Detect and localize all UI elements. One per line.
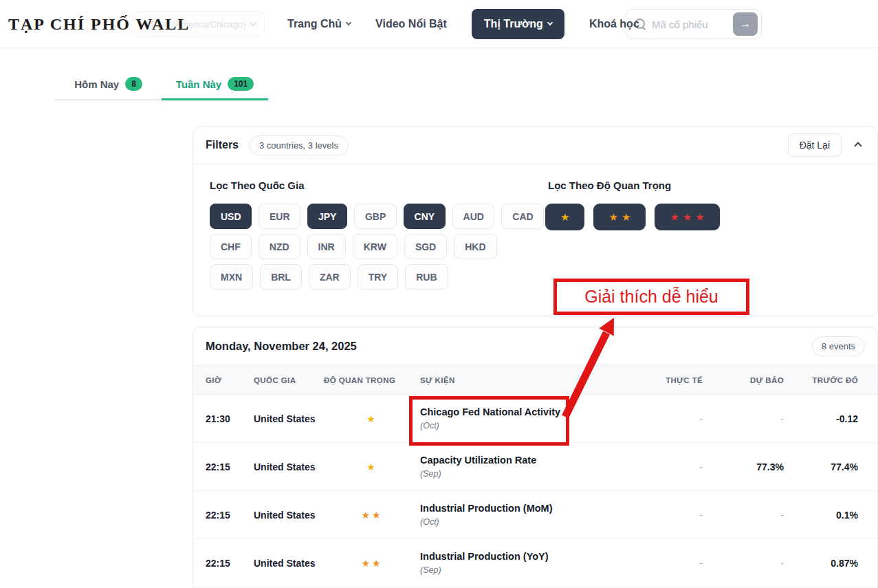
column-header-event: SỰ KIỆN [420, 376, 627, 384]
nav-item-markets-active[interactable]: Thị Trường [472, 9, 564, 39]
actual-value: - [627, 510, 703, 521]
column-header-time: GIỜ [206, 376, 254, 384]
event-cell[interactable]: Chicago Fed National Activity (Oct) [420, 406, 627, 431]
event-period: (Sep) [420, 565, 627, 575]
filters-summary-pill: 3 countries, 3 levels [249, 135, 349, 155]
search-input[interactable]: Mã cổ phiếu [652, 19, 733, 30]
event-time: 22:15 [206, 558, 254, 569]
forecast-value: 77.3% [703, 461, 784, 472]
event-name: Industrial Production (YoY) [420, 551, 627, 562]
search-submit-button[interactable]: → [733, 12, 758, 36]
tab-label: Tuần Này [176, 78, 221, 90]
currency-button-chf[interactable]: CHF [210, 234, 252, 259]
currency-button-usd[interactable]: USD [210, 204, 252, 229]
forecast-value: - [703, 510, 784, 521]
collapse-filters-button[interactable] [855, 139, 861, 151]
importance-filter-section: Lọc Theo Độ Quan Trọng ★ ★★ ★★★ [544, 177, 865, 294]
nav-item-home[interactable]: Trang Chủ [287, 18, 351, 30]
currency-button-brl[interactable]: BRL [260, 264, 302, 290]
currency-row-1: USD EUR JPY GBP CNY AUD CAD [210, 204, 544, 229]
previous-value: 77.4% [784, 461, 865, 472]
column-header-actual: THỰC TẾ [627, 376, 703, 384]
calendar-tabs: Hôm Nay 8 Tuần Này 101 [55, 69, 268, 100]
nav-label: Thị Trường [484, 18, 543, 30]
nav-label: Trang Chủ [287, 18, 342, 30]
importance-stars: ★★ [324, 510, 420, 521]
previous-value: -0.12 [784, 413, 865, 424]
country-filter-section: Lọc Theo Quốc Gia USD EUR JPY GBP CNY AU… [206, 177, 544, 294]
table-row[interactable]: 22:15 United States ★ Capacity Utilizati… [193, 443, 877, 491]
event-time: 22:15 [206, 461, 254, 472]
event-period: (Sep) [420, 469, 627, 479]
currency-button-aud[interactable]: AUD [452, 204, 495, 229]
economic-calendar-card: Monday, November 24, 2025 8 events GIỜ Q… [193, 327, 878, 588]
main-nav: Trang Chủ Video Nổi Bật Thị Trường Khoá … [287, 9, 639, 39]
event-time: 21:30 [206, 413, 254, 424]
importance-button-3-stars[interactable]: ★★★ [655, 204, 719, 230]
event-country: United States [254, 461, 324, 472]
actual-value: - [627, 558, 703, 569]
column-header-country: QUỐC GIA [254, 376, 324, 384]
table-row[interactable]: 22:15 United States ★★ Industrial Produc… [193, 539, 877, 587]
importance-button-1-star[interactable]: ★ [545, 204, 584, 230]
event-country: United States [254, 413, 324, 424]
nav-item-courses[interactable]: Khoá học [589, 18, 639, 30]
importance-filter-title: Lọc Theo Độ Quan Trọng [548, 179, 865, 191]
event-time: 22:15 [206, 510, 254, 521]
tab-this-week[interactable]: Tuần Này 101 [162, 69, 268, 99]
currency-button-hkd[interactable]: HKD [454, 234, 496, 259]
tab-week-count-badge: 101 [228, 77, 254, 91]
column-header-forecast: DỰ BÁO [703, 376, 784, 384]
table-row[interactable]: 21:30 United States ★ Chicago Fed Nation… [193, 395, 877, 443]
currency-row-3: MXN BRL ZAR TRY RUB [210, 264, 544, 290]
filters-header: Filters 3 countries, 3 levels Đặt Lại [193, 127, 877, 164]
table-row[interactable]: 22:15 United States ★★ Industrial Produc… [193, 491, 877, 539]
event-name: Chicago Fed National Activity [420, 406, 627, 417]
stock-search-box[interactable]: Mã cổ phiếu → [626, 9, 762, 39]
importance-stars: ★★ [324, 558, 420, 569]
currency-button-krw[interactable]: KRW [353, 234, 397, 259]
event-country: United States [254, 558, 324, 569]
filters-card: Filters 3 countries, 3 levels Đặt Lại Lọ… [193, 126, 878, 316]
currency-button-nzd[interactable]: NZD [259, 234, 300, 259]
tab-label: Hôm Nay [74, 78, 119, 90]
chevron-down-icon [249, 19, 256, 26]
currency-button-mxn[interactable]: MXN [210, 264, 253, 290]
actual-value: - [627, 461, 703, 472]
nav-label: Video Nổi Bật [375, 18, 447, 30]
currency-button-try[interactable]: TRY [358, 264, 398, 290]
events-count-pill: 8 events [812, 336, 865, 356]
calendar-date-header: Monday, November 24, 2025 8 events [193, 327, 877, 365]
filters-title: Filters [206, 139, 239, 151]
site-logo[interactable]: TẠP CHÍ PHỐ WALL [8, 0, 190, 48]
annotation-callout-box: Giải thích dễ hiểu [553, 279, 749, 315]
currency-button-inr[interactable]: INR [307, 234, 346, 259]
currency-button-cad[interactable]: CAD [501, 204, 544, 229]
currency-button-eur[interactable]: EUR [259, 204, 300, 229]
column-header-importance: ĐỘ QUAN TRỌNG [324, 376, 420, 384]
event-country: United States [254, 510, 324, 521]
currency-row-2: CHF NZD INR KRW SGD HKD [210, 234, 544, 259]
event-cell[interactable]: Industrial Production (MoM) (Oct) [420, 503, 627, 527]
event-cell[interactable]: Industrial Production (YoY) (Sep) [420, 551, 627, 575]
reset-filters-button[interactable]: Đặt Lại [788, 133, 842, 157]
tab-today[interactable]: Hôm Nay 8 [55, 69, 162, 99]
currency-button-gbp[interactable]: GBP [354, 204, 397, 229]
chevron-down-icon [547, 20, 553, 25]
event-cell[interactable]: Capacity Utilization Rate (Sep) [420, 455, 627, 479]
nav-item-featured-videos[interactable]: Video Nổi Bật [375, 18, 447, 30]
currency-button-zar[interactable]: ZAR [309, 264, 351, 290]
importance-button-2-stars[interactable]: ★★ [593, 204, 646, 230]
tab-today-count-badge: 8 [125, 77, 142, 91]
currency-button-sgd[interactable]: SGD [404, 234, 447, 259]
previous-value: 0.1% [784, 510, 865, 521]
event-period: (Oct) [420, 517, 627, 527]
currency-button-cny[interactable]: CNY [404, 204, 446, 229]
calendar-column-headers: GIỜ QUỐC GIA ĐỘ QUAN TRỌNG SỰ KIỆN THỰC … [193, 365, 877, 395]
previous-value: 0.87% [784, 558, 865, 569]
event-name: Capacity Utilization Rate [420, 455, 627, 466]
importance-stars: ★ [324, 461, 420, 472]
currency-button-rub[interactable]: RUB [405, 264, 448, 290]
currency-button-jpy[interactable]: JPY [307, 204, 347, 229]
column-header-previous: TRƯỚC ĐÓ [784, 376, 865, 384]
